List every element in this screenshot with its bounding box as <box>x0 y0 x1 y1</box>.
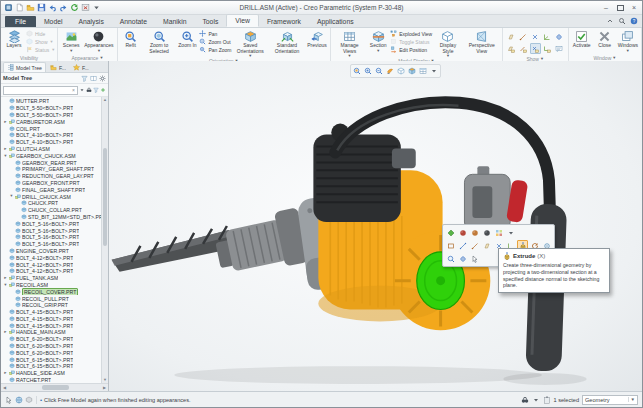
tree-item[interactable]: BOLT_4-15<BOLT>.PRT <box>1 309 108 316</box>
standard-orientation-button[interactable]: Standard Orientation <box>269 29 305 54</box>
appearances-button[interactable]: Appearances▼ <box>83 29 114 53</box>
tree-item[interactable]: BOLT_6-15<BOLT>.PRT <box>1 363 108 370</box>
redo-icon[interactable] <box>59 3 68 12</box>
filter-icon[interactable] <box>93 87 99 93</box>
expander-icon[interactable]: ▸ <box>3 120 8 125</box>
tab-tools[interactable]: Tools <box>194 16 226 27</box>
pan-zoom-button[interactable]: Pan Zoom <box>199 46 231 53</box>
tree-item[interactable]: CHUCK.PRT <box>1 200 108 207</box>
tree-item[interactable]: GEARBOX_FRONT.PRT <box>1 180 108 187</box>
saved-orientations-button[interactable]: Saved Orientations▼ <box>233 29 268 58</box>
refit-button[interactable]: Refit <box>120 29 142 49</box>
dropdown-icon[interactable] <box>532 396 540 404</box>
tree-item[interactable]: ▾DRILL_CHUCK.ASM <box>1 193 108 200</box>
navigator-tab-model-tree[interactable]: Model Tree <box>3 62 46 72</box>
plane-button[interactable] <box>481 240 492 251</box>
exploded-view-button[interactable]: Exploded View <box>390 30 432 37</box>
undo-icon[interactable] <box>48 3 57 12</box>
tree-item[interactable]: BOLT_4-12<BOLT>.PRT <box>1 268 108 275</box>
zoom-out-button[interactable]: Zoom Out <box>199 38 231 45</box>
tree-item[interactable]: BOLT_6-20<BOLT>.PRT <box>1 349 108 356</box>
tree-item[interactable]: BOLT_4-10<BOLT>.PRT <box>1 132 108 139</box>
tree-item[interactable]: BOLT_5-50<BOLT>.PRT <box>1 105 108 112</box>
app-icon[interactable] <box>4 3 13 12</box>
cylinder-assembly[interactable] <box>313 124 415 222</box>
plane-display-button[interactable] <box>506 31 517 42</box>
search-input[interactable]: × <box>3 86 78 95</box>
tree-item[interactable]: ▾RECOIL.ASM <box>1 282 108 289</box>
repaint-button[interactable] <box>385 66 395 76</box>
manage-views-button[interactable]: Manage Views▼ <box>333 29 366 58</box>
tree-item[interactable]: BOLT_6-20<BOLT>.PRT <box>1 336 108 343</box>
new-icon[interactable] <box>15 3 24 12</box>
tree-item[interactable]: BOLT_4-12<BOLT>.PRT <box>1 254 108 261</box>
tree-item[interactable]: STD_BIT_12MM<STD_BIT>.PRT <box>1 214 108 221</box>
add-icon[interactable] <box>100 87 106 93</box>
layers-button[interactable]: Layers <box>3 29 25 49</box>
zoom-to-selected-button[interactable]: Zoom to Selected <box>143 29 176 54</box>
view-manager-button[interactable] <box>418 66 428 76</box>
clear-search-icon[interactable]: × <box>72 87 75 93</box>
expander-icon[interactable]: ▸ <box>3 371 8 376</box>
tree-item[interactable]: BOLT_4-15<BOLT>.PRT <box>1 322 108 329</box>
scroll-right-icon[interactable]: ▶ <box>101 384 108 391</box>
sketch-button[interactable] <box>445 240 456 251</box>
tree-item[interactable]: BOLT_5-16<BOLT>.PRT <box>1 234 108 241</box>
tree-hscroll-thumb[interactable] <box>42 385 70 390</box>
windows-button[interactable]: Windows▼ <box>617 29 639 53</box>
graphics-area[interactable]: Extrude (X) Create three-dimensional geo… <box>109 61 642 391</box>
appearance-red-button[interactable] <box>457 227 468 238</box>
scenes-button[interactable]: Scenes▼ <box>60 29 82 53</box>
activate-button[interactable]: Activate <box>571 29 593 49</box>
tree-scroll-thumb[interactable] <box>103 148 107 245</box>
clipboard-icon[interactable] <box>543 396 551 404</box>
axis-display-button[interactable] <box>518 31 529 42</box>
axis-tag-button[interactable] <box>518 43 529 54</box>
tree-item[interactable]: RECOIL_GRIP.PRT <box>1 302 108 309</box>
expander-icon[interactable]: ▸ <box>3 147 8 152</box>
axis-button[interactable] <box>469 240 480 251</box>
tree-item[interactable]: RECOIL_PULL.PRT <box>1 295 108 302</box>
point-tag-button[interactable] <box>530 43 541 54</box>
find-icon[interactable] <box>86 87 92 93</box>
tree-item[interactable]: FINAL_GEAR_SHAFT.PRT <box>1 186 108 193</box>
appearance-copper-button[interactable] <box>469 227 480 238</box>
section-button[interactable]: Section▼ <box>367 29 389 53</box>
csys-tag-button[interactable] <box>542 43 553 54</box>
tree-item[interactable]: ▸CLUTCH.ASM <box>1 146 108 153</box>
tree-item[interactable]: BOLT_5-16<BOLT>.PRT <box>1 227 108 234</box>
maximize-button[interactable] <box>615 3 625 12</box>
tree-item[interactable]: ▸HANDLE_SIDE.ASM <box>1 370 108 377</box>
tree-item[interactable]: BOLT_4-12<BOLT>.PRT <box>1 261 108 268</box>
close-button[interactable]: × <box>629 3 639 12</box>
tree-item[interactable]: ▸CARBURETOR.ASM <box>1 118 108 125</box>
globe-icon[interactable] <box>15 396 23 404</box>
close-window-icon[interactable] <box>81 3 90 12</box>
saved-orientations-button[interactable] <box>407 66 417 76</box>
show-button[interactable]: Show▼ <box>26 38 55 45</box>
regenerate-icon[interactable] <box>70 3 79 12</box>
tree-item[interactable]: BOLT_5-50<BOLT>.PRT <box>1 112 108 119</box>
display-style-button[interactable]: Display Style▼ <box>433 29 463 58</box>
annotation-display-button[interactable] <box>554 43 565 54</box>
zoom-selected-button[interactable] <box>445 253 456 264</box>
tab-file[interactable]: File <box>5 16 36 27</box>
tree-item[interactable]: ▸FUEL_TANK.ASM <box>1 275 108 282</box>
carburetor-box[interactable] <box>464 166 510 230</box>
columns-icon[interactable] <box>90 75 97 82</box>
tab-annotate[interactable]: Annotate <box>112 16 155 27</box>
tree-horizontal-scrollbar[interactable]: ◀ ▶ <box>1 383 108 391</box>
pointer-icon[interactable] <box>5 396 13 404</box>
find-icon[interactable] <box>521 396 529 404</box>
dropdown-icon[interactable] <box>79 87 85 93</box>
tree-item[interactable]: COIL.PRT <box>1 125 108 132</box>
tab-view[interactable]: View <box>226 14 259 27</box>
customize-icon[interactable] <box>92 3 101 12</box>
tab-applications[interactable]: Applications <box>309 16 362 27</box>
spin-center-button[interactable] <box>554 31 565 42</box>
tree-item[interactable]: BOLT_6-20<BOLT>.PRT <box>1 343 108 350</box>
tree-item[interactable]: REDUCTION_GEAR_LAY.PRT <box>1 173 108 180</box>
tree-item[interactable]: MUTTER.PRT <box>1 98 108 105</box>
close-button[interactable]: Close <box>594 29 616 49</box>
tab-framework[interactable]: Framework <box>259 16 309 27</box>
